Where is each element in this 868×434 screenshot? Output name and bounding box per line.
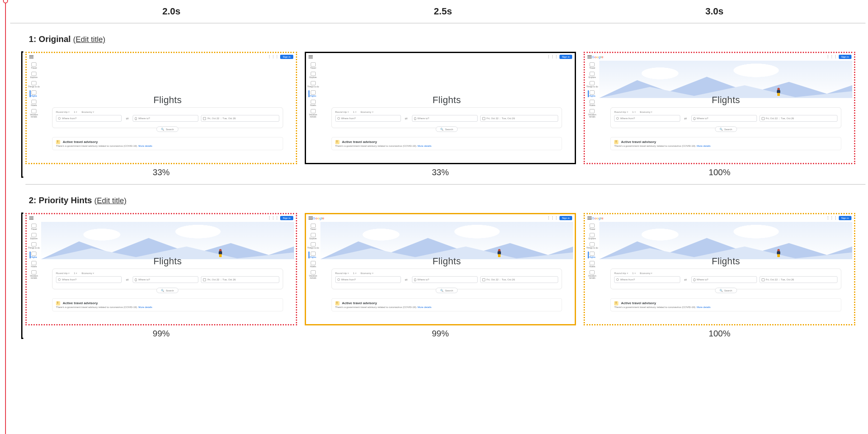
row-selection-bracket [21, 51, 23, 178]
frame-priorityhints-2: Google ⋮⋮⋮ Sign in Travel Explore Things… [584, 213, 855, 339]
frame-priorityhints-1: Google ⋮⋮⋮ Sign in Travel Explore Things… [305, 213, 576, 339]
timeline-marker-icon [3, 0, 8, 3]
page-title: Flights [41, 256, 294, 267]
frame-original-0: ⋮⋮⋮ Sign in Travel Explore Things to do … [25, 52, 297, 177]
filmstrip-frame[interactable]: ⋮⋮⋮ Sign in Travel Explore Things to do … [305, 52, 576, 164]
signin-button: Sign in [839, 216, 851, 220]
destination-input: Where to? [133, 115, 198, 122]
hero-blank [320, 61, 573, 98]
hero-illustration [41, 222, 294, 259]
signin-button: Sign in [280, 55, 293, 59]
frame-original-1: ⋮⋮⋮ Sign in Travel Explore Things to do … [305, 52, 576, 177]
filmstrip-frame[interactable]: ⋮⋮⋮ Sign in Travel Explore Things to do … [25, 52, 297, 164]
filmstrip-frame[interactable]: Google ⋮⋮⋮ Sign in Travel Explore Things… [584, 52, 855, 164]
search-card: Round trip 1 Economy Where from? ⇄ Where… [331, 107, 562, 128]
side-nav: Travel Explore Things to do Flights Hote… [28, 224, 40, 279]
side-nav: Travel Explore Things to do Flights Hote… [307, 224, 320, 279]
hero-illustration [599, 222, 852, 259]
hamburger-icon [587, 55, 592, 59]
apps-grid-icon: ⋮⋮⋮ [547, 55, 558, 59]
hamburger-icon [309, 55, 313, 59]
cabin-chip: Economy [81, 110, 94, 113]
signin-button: Sign in [839, 55, 851, 59]
hamburger-icon [587, 216, 592, 220]
search-icon: 🔍 [440, 289, 443, 292]
edit-title-link[interactable]: (Edit title) [95, 196, 127, 205]
google-logo: Google [592, 216, 604, 220]
pax-chip: 1 [74, 110, 77, 113]
side-nav: Travel Explore Things to do Flights Hote… [586, 224, 598, 279]
warning-icon [614, 140, 618, 144]
progress-label: 99% [25, 329, 297, 339]
progress-label: 99% [305, 329, 576, 339]
hero-illustration [599, 61, 852, 98]
time-col-2: 3.0s [579, 6, 850, 17]
hamburger-icon [29, 216, 33, 220]
warning-icon [335, 301, 339, 305]
signin-button: Sign in [559, 55, 572, 59]
time-col-1: 2.5s [307, 6, 579, 17]
warning-icon [335, 140, 339, 144]
page-title: Flights [599, 95, 852, 106]
search-icon: 🔍 [720, 289, 723, 292]
row-selection-bracket [21, 213, 23, 339]
search-icon: 🔍 [440, 128, 443, 131]
row-label: Original [39, 34, 71, 44]
time-header: 2.0s 2.5s 3.0s [10, 0, 865, 23]
google-logo: Google [313, 216, 325, 220]
comparison-row-priority-hints: 2: Priority Hints (Edit title) ⋮⋮⋮ Sign … [10, 185, 865, 339]
row-title-original: 1: Original (Edit title) [29, 34, 865, 44]
row-prefix: 1: [29, 34, 36, 44]
hamburger-icon [309, 216, 313, 220]
hero-blank [41, 61, 294, 98]
progress-label: 33% [305, 168, 576, 177]
filmstrip-frame[interactable]: Google ⋮⋮⋮ Sign in Travel Explore Things… [584, 213, 855, 325]
search-icon: 🔍 [720, 128, 723, 131]
swap-icon: ⇄ [124, 115, 130, 122]
warning-icon [56, 140, 60, 144]
search-icon: 🔍 [161, 289, 164, 292]
side-nav: Travel Explore Things to do Flights Hote… [307, 62, 320, 118]
origin-input: Where from? [56, 115, 122, 122]
hamburger-icon [29, 55, 33, 59]
advisory-banner: Active travel advisory There's a governm… [52, 137, 283, 150]
signin-button: Sign in [559, 216, 572, 220]
progress-label: 33% [25, 168, 297, 177]
page-title: Flights [320, 256, 573, 267]
page-title: Flights [599, 256, 852, 267]
comparison-row-original: 1: Original (Edit title) ⋮⋮⋮ Sign in [10, 23, 865, 185]
frame-priorityhints-0: ⋮⋮⋮ Sign in Travel Explore Things to do … [25, 213, 297, 339]
apps-grid-icon: ⋮⋮⋮ [267, 55, 279, 59]
dates-input: Fri, Oct 22|Tue, Oct 26 [201, 115, 279, 122]
time-col-0: 2.0s [36, 6, 307, 17]
search-card: Round trip 1 Economy Where from? ⇄ Where… [610, 107, 841, 128]
row-title-priority-hints: 2: Priority Hints (Edit title) [29, 196, 865, 205]
apps-grid-icon: ⋮⋮⋮ [267, 216, 279, 220]
trip-chip: Round trip [56, 110, 70, 113]
edit-title-link[interactable]: (Edit title) [73, 35, 106, 44]
apps-grid-icon: ⋮⋮⋮ [826, 216, 837, 220]
side-nav: Travel Explore Things to do Flights Hote… [586, 62, 598, 118]
search-button: 🔍Search [156, 126, 178, 132]
page-title: Flights [320, 95, 573, 106]
filmstrip-frame[interactable]: Google ⋮⋮⋮ Sign in Travel Explore Things… [305, 213, 576, 325]
row-prefix: 2: [29, 196, 36, 205]
filmstrip-frame[interactable]: ⋮⋮⋮ Sign in Travel Explore Things to do … [25, 213, 297, 325]
page-title: Flights [41, 95, 294, 106]
warning-icon [614, 301, 618, 305]
progress-label: 100% [584, 168, 855, 177]
frame-original-2: Google ⋮⋮⋮ Sign in Travel Explore Things… [584, 52, 855, 177]
signin-button: Sign in [280, 216, 293, 220]
hero-illustration [320, 222, 573, 259]
apps-grid-icon: ⋮⋮⋮ [826, 55, 837, 59]
search-card: Round trip 1 Economy Where from? ⇄ Where… [52, 107, 283, 128]
progress-label: 100% [584, 329, 855, 339]
warning-icon [56, 301, 60, 305]
advisory-link: More details [139, 145, 153, 147]
google-logo: Google [592, 55, 604, 59]
timeline-vertical-line [5, 0, 6, 434]
apps-grid-icon: ⋮⋮⋮ [547, 216, 558, 220]
search-icon: 🔍 [161, 128, 164, 131]
row-label: Priority Hints [39, 196, 92, 205]
side-nav: Travel Explore Things to do Flights Hote… [28, 62, 40, 118]
